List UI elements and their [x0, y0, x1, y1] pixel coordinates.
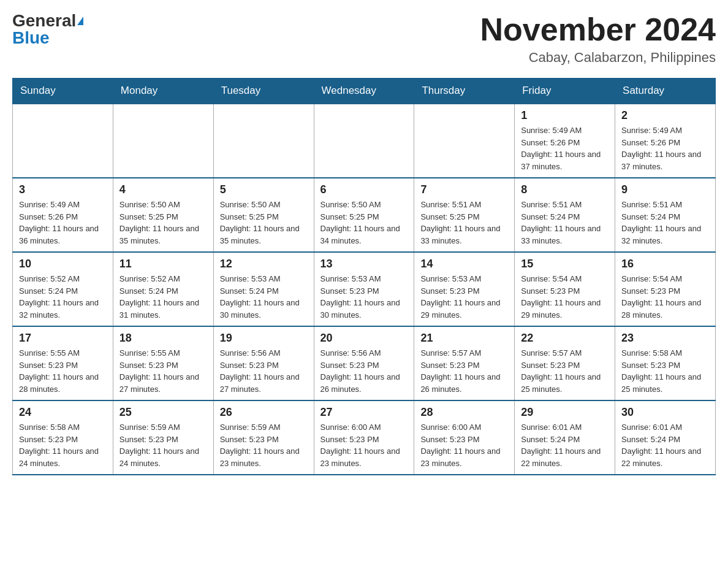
day-number: 1: [521, 109, 609, 122]
calendar-cell: 18Sunrise: 5:55 AMSunset: 5:23 PMDayligh…: [113, 326, 213, 400]
day-header-saturday: Saturday: [615, 79, 716, 104]
day-info: Sunrise: 5:57 AMSunset: 5:23 PMDaylight:…: [521, 347, 609, 395]
calendar-cell: 3Sunrise: 5:49 AMSunset: 5:26 PMDaylight…: [13, 178, 113, 252]
calendar-cell: 8Sunrise: 5:51 AMSunset: 5:24 PMDaylight…: [515, 178, 615, 252]
calendar-cell: 16Sunrise: 5:54 AMSunset: 5:23 PMDayligh…: [615, 252, 716, 326]
day-info: Sunrise: 5:56 AMSunset: 5:23 PMDaylight:…: [320, 347, 408, 395]
day-info: Sunrise: 5:58 AMSunset: 5:23 PMDaylight:…: [19, 421, 107, 469]
calendar-cell: 1Sunrise: 5:49 AMSunset: 5:26 PMDaylight…: [515, 104, 615, 178]
day-info: Sunrise: 6:01 AMSunset: 5:24 PMDaylight:…: [621, 421, 709, 469]
day-info: Sunrise: 5:50 AMSunset: 5:25 PMDaylight:…: [320, 199, 408, 247]
day-number: 13: [320, 258, 408, 270]
calendar-cell: [314, 104, 414, 178]
day-header-wednesday: Wednesday: [314, 79, 414, 104]
calendar-cell: 19Sunrise: 5:56 AMSunset: 5:23 PMDayligh…: [213, 326, 314, 400]
day-info: Sunrise: 5:50 AMSunset: 5:25 PMDaylight:…: [220, 199, 308, 247]
day-number: 23: [621, 332, 709, 345]
day-number: 29: [521, 406, 609, 419]
day-number: 5: [220, 183, 308, 196]
title-block: November 2024 Cabay, Calabarzon, Philipp…: [480, 12, 716, 66]
calendar-table: SundayMondayTuesdayWednesdayThursdayFrid…: [12, 78, 716, 475]
calendar-cell: 12Sunrise: 5:53 AMSunset: 5:24 PMDayligh…: [213, 252, 314, 326]
calendar-cell: 9Sunrise: 5:51 AMSunset: 5:24 PMDaylight…: [615, 178, 716, 252]
day-number: 25: [119, 406, 207, 419]
calendar-header-row: SundayMondayTuesdayWednesdayThursdayFrid…: [13, 79, 716, 104]
week-row-4: 17Sunrise: 5:55 AMSunset: 5:23 PMDayligh…: [13, 326, 716, 400]
day-number: 2: [621, 109, 709, 122]
day-number: 6: [320, 183, 408, 196]
day-header-tuesday: Tuesday: [213, 79, 314, 104]
day-number: 27: [320, 406, 408, 419]
day-info: Sunrise: 5:55 AMSunset: 5:23 PMDaylight:…: [19, 347, 107, 395]
calendar-cell: 14Sunrise: 5:53 AMSunset: 5:23 PMDayligh…: [414, 252, 515, 326]
calendar-cell: [414, 104, 515, 178]
day-info: Sunrise: 5:57 AMSunset: 5:23 PMDaylight:…: [420, 347, 508, 395]
day-number: 17: [19, 332, 107, 345]
day-header-friday: Friday: [515, 79, 615, 104]
calendar-cell: 11Sunrise: 5:52 AMSunset: 5:24 PMDayligh…: [113, 252, 213, 326]
week-row-2: 3Sunrise: 5:49 AMSunset: 5:26 PMDaylight…: [13, 178, 716, 252]
calendar-cell: 6Sunrise: 5:50 AMSunset: 5:25 PMDaylight…: [314, 178, 414, 252]
calendar-cell: [113, 104, 213, 178]
day-info: Sunrise: 5:54 AMSunset: 5:23 PMDaylight:…: [521, 273, 609, 321]
calendar-cell: 24Sunrise: 5:58 AMSunset: 5:23 PMDayligh…: [13, 400, 113, 475]
day-number: 20: [320, 332, 408, 345]
day-number: 16: [621, 258, 709, 270]
week-row-3: 10Sunrise: 5:52 AMSunset: 5:24 PMDayligh…: [13, 252, 716, 326]
day-info: Sunrise: 5:51 AMSunset: 5:25 PMDaylight:…: [420, 199, 508, 247]
calendar-cell: 5Sunrise: 5:50 AMSunset: 5:25 PMDaylight…: [213, 178, 314, 252]
day-number: 24: [19, 406, 107, 419]
day-info: Sunrise: 5:53 AMSunset: 5:23 PMDaylight:…: [320, 273, 408, 321]
logo-triangle-icon: [77, 17, 83, 25]
day-info: Sunrise: 5:49 AMSunset: 5:26 PMDaylight:…: [19, 199, 107, 247]
calendar-cell: 21Sunrise: 5:57 AMSunset: 5:23 PMDayligh…: [414, 326, 515, 400]
calendar-cell: 2Sunrise: 5:49 AMSunset: 5:26 PMDaylight…: [615, 104, 716, 178]
day-number: 10: [19, 258, 107, 270]
day-info: Sunrise: 5:59 AMSunset: 5:23 PMDaylight:…: [220, 421, 308, 469]
day-info: Sunrise: 5:51 AMSunset: 5:24 PMDaylight:…: [621, 199, 709, 247]
day-info: Sunrise: 5:55 AMSunset: 5:23 PMDaylight:…: [119, 347, 207, 395]
day-info: Sunrise: 5:53 AMSunset: 5:23 PMDaylight:…: [420, 273, 508, 321]
calendar-cell: [13, 104, 113, 178]
day-header-thursday: Thursday: [414, 79, 515, 104]
week-row-1: 1Sunrise: 5:49 AMSunset: 5:26 PMDaylight…: [13, 104, 716, 178]
day-info: Sunrise: 5:51 AMSunset: 5:24 PMDaylight:…: [521, 199, 609, 247]
day-info: Sunrise: 5:49 AMSunset: 5:26 PMDaylight:…: [621, 124, 709, 172]
calendar-cell: 4Sunrise: 5:50 AMSunset: 5:25 PMDaylight…: [113, 178, 213, 252]
calendar-cell: 20Sunrise: 5:56 AMSunset: 5:23 PMDayligh…: [314, 326, 414, 400]
day-number: 22: [521, 332, 609, 345]
calendar-subtitle: Cabay, Calabarzon, Philippines: [480, 50, 716, 66]
day-info: Sunrise: 5:50 AMSunset: 5:25 PMDaylight:…: [119, 199, 207, 247]
day-info: Sunrise: 5:52 AMSunset: 5:24 PMDaylight:…: [19, 273, 107, 321]
day-number: 4: [119, 183, 207, 196]
day-number: 8: [521, 183, 609, 196]
calendar-cell: 10Sunrise: 5:52 AMSunset: 5:24 PMDayligh…: [13, 252, 113, 326]
day-number: 14: [420, 258, 508, 270]
day-info: Sunrise: 5:54 AMSunset: 5:23 PMDaylight:…: [621, 273, 709, 321]
day-info: Sunrise: 5:59 AMSunset: 5:23 PMDaylight:…: [119, 421, 207, 469]
calendar-cell: 26Sunrise: 5:59 AMSunset: 5:23 PMDayligh…: [213, 400, 314, 475]
calendar-cell: 17Sunrise: 5:55 AMSunset: 5:23 PMDayligh…: [13, 326, 113, 400]
day-number: 19: [220, 332, 308, 345]
calendar-cell: 28Sunrise: 6:00 AMSunset: 5:23 PMDayligh…: [414, 400, 515, 475]
day-number: 11: [119, 258, 207, 270]
calendar-title: November 2024: [480, 12, 716, 47]
calendar-cell: 30Sunrise: 6:01 AMSunset: 5:24 PMDayligh…: [615, 400, 716, 475]
day-header-sunday: Sunday: [13, 79, 113, 104]
logo-blue-text: Blue: [12, 28, 50, 47]
calendar-cell: 15Sunrise: 5:54 AMSunset: 5:23 PMDayligh…: [515, 252, 615, 326]
calendar-cell: 13Sunrise: 5:53 AMSunset: 5:23 PMDayligh…: [314, 252, 414, 326]
day-number: 28: [420, 406, 508, 419]
day-number: 26: [220, 406, 308, 419]
week-row-5: 24Sunrise: 5:58 AMSunset: 5:23 PMDayligh…: [13, 400, 716, 475]
day-number: 15: [521, 258, 609, 270]
day-info: Sunrise: 5:53 AMSunset: 5:24 PMDaylight:…: [220, 273, 308, 321]
day-number: 12: [220, 258, 308, 270]
day-number: 7: [420, 183, 508, 196]
page-header: General Blue November 2024 Cabay, Calaba…: [12, 12, 716, 66]
calendar-cell: 29Sunrise: 6:01 AMSunset: 5:24 PMDayligh…: [515, 400, 615, 475]
day-info: Sunrise: 5:58 AMSunset: 5:23 PMDaylight:…: [621, 347, 709, 395]
calendar-cell: 27Sunrise: 6:00 AMSunset: 5:23 PMDayligh…: [314, 400, 414, 475]
calendar-cell: [213, 104, 314, 178]
day-info: Sunrise: 5:52 AMSunset: 5:24 PMDaylight:…: [119, 273, 207, 321]
